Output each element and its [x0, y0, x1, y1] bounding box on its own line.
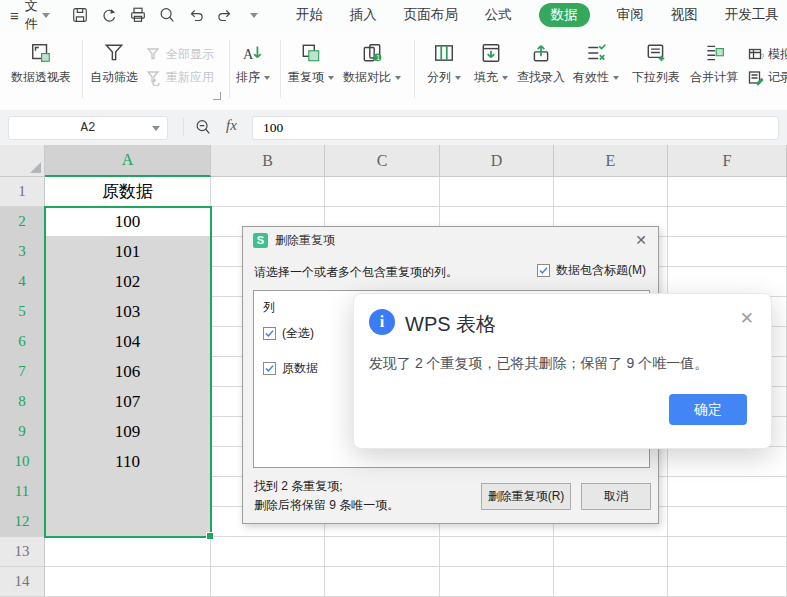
- tab-开发工具[interactable]: 开发工具: [725, 6, 779, 24]
- cell-A14[interactable]: [45, 567, 211, 597]
- cell-B1[interactable]: [211, 177, 325, 207]
- tab-公式[interactable]: 公式: [485, 6, 512, 24]
- select-all-checkbox[interactable]: (全选): [263, 325, 314, 342]
- column-a-checkbox[interactable]: 原数据: [263, 360, 318, 377]
- cell-D13[interactable]: [440, 537, 554, 567]
- tab-插入[interactable]: 插入: [350, 6, 377, 24]
- message-box-close-button[interactable]: ✕: [740, 308, 754, 329]
- cell-C14[interactable]: [325, 567, 440, 597]
- cell-F10[interactable]: [668, 447, 787, 477]
- consolidate-button[interactable]: 合并计算: [688, 38, 740, 86]
- cell-A3[interactable]: 101: [45, 237, 211, 267]
- file-menu-button[interactable]: 文件: [25, 0, 50, 33]
- autofilter-button[interactable]: 自动筛选: [88, 38, 140, 86]
- tab-开始[interactable]: 开始: [296, 6, 323, 24]
- cell-B14[interactable]: [211, 567, 325, 597]
- column-header-A[interactable]: A: [45, 145, 211, 177]
- row-header-12[interactable]: 12: [0, 507, 45, 537]
- save-button[interactable]: [70, 5, 90, 25]
- row-header-10[interactable]: 10: [0, 447, 45, 477]
- row-header-2[interactable]: 2: [0, 207, 45, 237]
- cell-A8[interactable]: 107: [45, 387, 211, 417]
- cell-A1[interactable]: 原数据: [45, 177, 211, 207]
- remove-duplicates-button[interactable]: 删除重复项(R): [481, 483, 571, 510]
- cell-F3[interactable]: [668, 237, 787, 267]
- cell-E1[interactable]: [554, 177, 668, 207]
- cell-F14[interactable]: [668, 567, 787, 597]
- row-header-8[interactable]: 8: [0, 387, 45, 417]
- column-header-E[interactable]: E: [554, 145, 668, 177]
- select-all-corner[interactable]: [0, 145, 45, 177]
- cell-B13[interactable]: [211, 537, 325, 567]
- row-header-14[interactable]: 14: [0, 567, 45, 597]
- toolbar-options-chevron-icon[interactable]: [244, 5, 264, 25]
- filter-group-dialog-launcher[interactable]: [213, 92, 221, 100]
- duplicates-button[interactable]: 重复项: [284, 38, 338, 86]
- cell-A7[interactable]: 106: [45, 357, 211, 387]
- tab-视图[interactable]: 视图: [671, 6, 698, 24]
- data-compare-button[interactable]: 1 数据对比: [340, 38, 404, 86]
- tab-数据[interactable]: 数据: [539, 3, 590, 27]
- insert-function-button[interactable]: fx: [226, 117, 237, 134]
- dialog-title-bar[interactable]: S 删除重复项 ✕: [243, 227, 658, 253]
- cell-D14[interactable]: [440, 567, 554, 597]
- cell-A5[interactable]: 103: [45, 297, 211, 327]
- cell-A4[interactable]: 102: [45, 267, 211, 297]
- zoom-search-icon[interactable]: [194, 118, 212, 136]
- column-header-B[interactable]: B: [211, 145, 325, 177]
- export-button[interactable]: [99, 5, 119, 25]
- row-header-4[interactable]: 4: [0, 267, 45, 297]
- cell-F13[interactable]: [668, 537, 787, 567]
- print-button[interactable]: [128, 5, 148, 25]
- cell-C13[interactable]: [325, 537, 440, 567]
- dropdown-list-button[interactable]: 下拉列表: [630, 38, 682, 86]
- ok-button[interactable]: 确定: [669, 394, 747, 425]
- validation-button[interactable]: 有效性: [570, 38, 622, 86]
- sort-button[interactable]: A 排序: [230, 38, 276, 86]
- cell-F1[interactable]: [668, 177, 787, 207]
- column-header-D[interactable]: D: [440, 145, 554, 177]
- row-header-7[interactable]: 7: [0, 357, 45, 387]
- fill-button[interactable]: 填充: [468, 38, 514, 86]
- redo-button[interactable]: [215, 5, 235, 25]
- cell-F12[interactable]: [668, 507, 787, 537]
- tab-页面布局[interactable]: 页面布局: [404, 6, 458, 24]
- hamburger-menu-icon[interactable]: ≡: [10, 7, 19, 24]
- print-preview-button[interactable]: [157, 5, 177, 25]
- formula-input[interactable]: 100: [252, 116, 779, 140]
- cell-F11[interactable]: [668, 477, 787, 507]
- row-header-3[interactable]: 3: [0, 237, 45, 267]
- cell-A11[interactable]: [45, 477, 211, 507]
- text-to-columns-button[interactable]: 分列: [421, 38, 467, 86]
- row-header-6[interactable]: 6: [0, 327, 45, 357]
- name-box-dropdown-icon[interactable]: [152, 126, 160, 131]
- tab-审阅[interactable]: 审阅: [617, 6, 644, 24]
- record-form-button[interactable]: 记录: [748, 69, 787, 86]
- data-has-headers-checkbox[interactable]: 数据包含标题(M): [537, 262, 646, 279]
- fill-handle[interactable]: [206, 532, 214, 540]
- row-header-9[interactable]: 9: [0, 417, 45, 447]
- cell-D1[interactable]: [440, 177, 554, 207]
- row-header-13[interactable]: 13: [0, 537, 45, 567]
- column-header-F[interactable]: F: [668, 145, 787, 177]
- cell-A6[interactable]: 104: [45, 327, 211, 357]
- cell-A12[interactable]: [45, 507, 211, 537]
- name-box[interactable]: A2: [8, 116, 168, 140]
- cell-A10[interactable]: 110: [45, 447, 211, 477]
- what-if-button[interactable]: ? 模拟: [748, 46, 787, 63]
- cell-E13[interactable]: [554, 537, 668, 567]
- cell-A9[interactable]: 109: [45, 417, 211, 447]
- cell-C1[interactable]: [325, 177, 440, 207]
- cell-F2[interactable]: [668, 207, 787, 237]
- cancel-button[interactable]: 取消: [581, 483, 651, 510]
- cell-A2[interactable]: 100: [45, 207, 211, 237]
- row-header-11[interactable]: 11: [0, 477, 45, 507]
- pivot-table-button[interactable]: 数据透视表: [10, 38, 72, 86]
- cell-E14[interactable]: [554, 567, 668, 597]
- cell-A13[interactable]: [45, 537, 211, 567]
- undo-button[interactable]: [186, 5, 206, 25]
- dialog-close-button[interactable]: ✕: [635, 232, 647, 248]
- row-header-5[interactable]: 5: [0, 297, 45, 327]
- column-header-C[interactable]: C: [325, 145, 440, 177]
- find-entry-button[interactable]: 查找录入: [515, 38, 567, 86]
